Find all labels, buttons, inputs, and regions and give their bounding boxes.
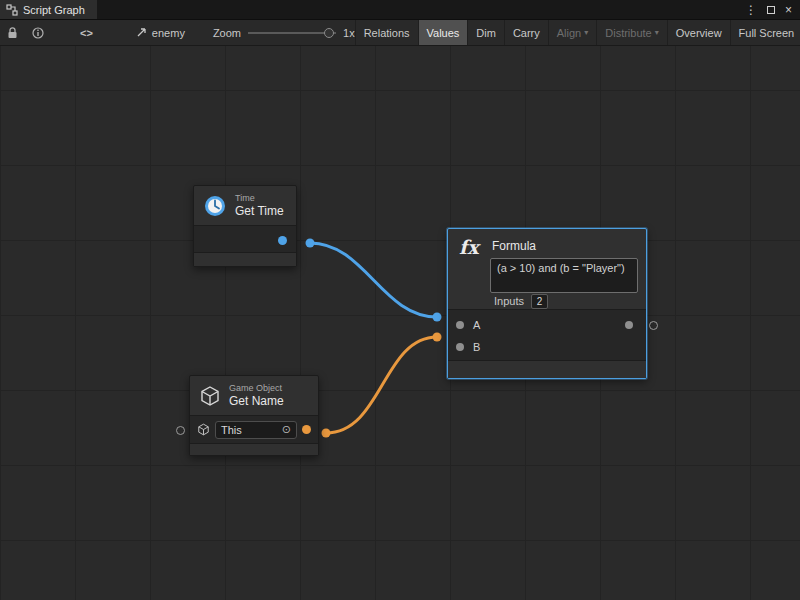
node-footer	[194, 253, 296, 266]
overview-button[interactable]: Overview	[667, 20, 730, 45]
node-title: Get Name	[229, 394, 284, 408]
relations-button[interactable]: Relations	[355, 20, 418, 45]
node-title: Get Time	[235, 204, 284, 218]
inputs-count-field[interactable]: 2	[531, 294, 548, 309]
chevron-down-icon: ▾	[655, 28, 659, 37]
output-port-name[interactable]	[302, 425, 311, 434]
wire-end-dot	[433, 313, 442, 322]
lock-icon[interactable]	[0, 20, 25, 45]
node-ports	[194, 225, 296, 253]
graph-breadcrumb[interactable]: enemy	[126, 20, 195, 45]
carry-button[interactable]: Carry	[504, 20, 548, 45]
node-footer	[190, 444, 318, 455]
tab-script-graph[interactable]: Script Graph	[0, 0, 97, 19]
graph-icon	[6, 4, 18, 16]
graph-name: enemy	[152, 27, 185, 39]
dim-button[interactable]: Dim	[467, 20, 504, 45]
zoom-slider-track	[248, 32, 336, 34]
node-header: Game Object Get Name	[190, 376, 318, 415]
node-formula[interactable]: fx Formula (a > 10) and (b = "Player") I…	[447, 228, 647, 379]
graph-canvas[interactable]: Time Get Time fx Formula (a > 10) and (b…	[0, 46, 800, 600]
zoom-control: Zoom 1x	[213, 20, 355, 45]
node-footer	[448, 361, 646, 378]
full-screen-button[interactable]: Full Screen	[730, 20, 800, 45]
port-row-a: A	[448, 314, 646, 336]
titlebar-spacer	[97, 0, 745, 19]
target-object-field[interactable]: This ⊙	[215, 421, 297, 439]
maximize-icon[interactable]	[767, 6, 775, 14]
node-category: Time	[235, 193, 284, 204]
wire-end-dot	[433, 333, 442, 342]
node-get-name[interactable]: Game Object Get Name This ⊙	[189, 375, 319, 456]
graph-toolbar: <> enemy Zoom 1x Relations Values Dim	[0, 20, 800, 46]
close-icon[interactable]: ×	[785, 4, 792, 16]
node-get-time[interactable]: Time Get Time	[193, 185, 297, 267]
wire-get-time-to-formula-a[interactable]	[310, 243, 437, 317]
port-label: A	[473, 319, 480, 331]
inputs-control: Inputs 2	[494, 293, 548, 309]
inputs-label: Inputs	[494, 295, 524, 307]
window-controls: ⋮ ×	[745, 0, 800, 19]
graph-asset-icon	[136, 27, 147, 38]
wire-start-dot	[306, 239, 315, 248]
input-port-a[interactable]	[456, 321, 464, 329]
node-ports: A B	[448, 309, 646, 361]
zoom-label: Zoom	[213, 27, 241, 39]
formula-icon: fx	[459, 236, 479, 258]
cube-icon	[197, 423, 210, 436]
zoom-slider[interactable]	[248, 20, 336, 45]
output-port-result[interactable]	[625, 321, 633, 329]
node-title: Formula	[492, 239, 536, 253]
wire-get-name-to-formula-b[interactable]	[326, 337, 437, 433]
wires-layer	[0, 46, 800, 600]
wire-start-dot	[322, 429, 331, 438]
title-bar: Script Graph ⋮ ×	[0, 0, 800, 20]
script-graph-window: Script Graph ⋮ × <>	[0, 0, 800, 600]
clock-icon	[203, 194, 227, 218]
output-port-ring[interactable]	[649, 321, 658, 330]
output-port-time[interactable]	[278, 236, 287, 245]
distribute-button[interactable]: Distribute ▾	[596, 20, 666, 45]
code-icon[interactable]: <>	[73, 20, 100, 45]
formula-expression-input[interactable]: (a > 10) and (b = "Player")	[490, 258, 638, 293]
port-row-b: B	[448, 336, 646, 358]
toolbar-buttons: Relations Values Dim Carry Align ▾ Distr…	[355, 20, 800, 45]
zoom-slider-handle[interactable]	[324, 28, 334, 38]
zoom-value: 1x	[343, 27, 355, 39]
port-label: B	[473, 341, 480, 353]
cube-icon	[199, 385, 221, 407]
align-button[interactable]: Align ▾	[548, 20, 596, 45]
node-ports: This ⊙	[190, 415, 318, 444]
input-port-ring[interactable]	[176, 426, 185, 435]
input-port-b[interactable]	[456, 343, 464, 351]
chevron-down-icon: ▾	[584, 28, 588, 37]
info-icon[interactable]	[25, 20, 51, 45]
values-button[interactable]: Values	[418, 20, 468, 45]
tab-title: Script Graph	[23, 4, 85, 16]
target-object-value: This	[221, 424, 242, 436]
node-category: Game Object	[229, 383, 284, 394]
window-menu-icon[interactable]: ⋮	[745, 4, 757, 16]
object-picker-icon[interactable]: ⊙	[282, 423, 291, 436]
node-header: fx Formula (a > 10) and (b = "Player") I…	[448, 229, 646, 309]
node-header: Time Get Time	[194, 186, 296, 225]
